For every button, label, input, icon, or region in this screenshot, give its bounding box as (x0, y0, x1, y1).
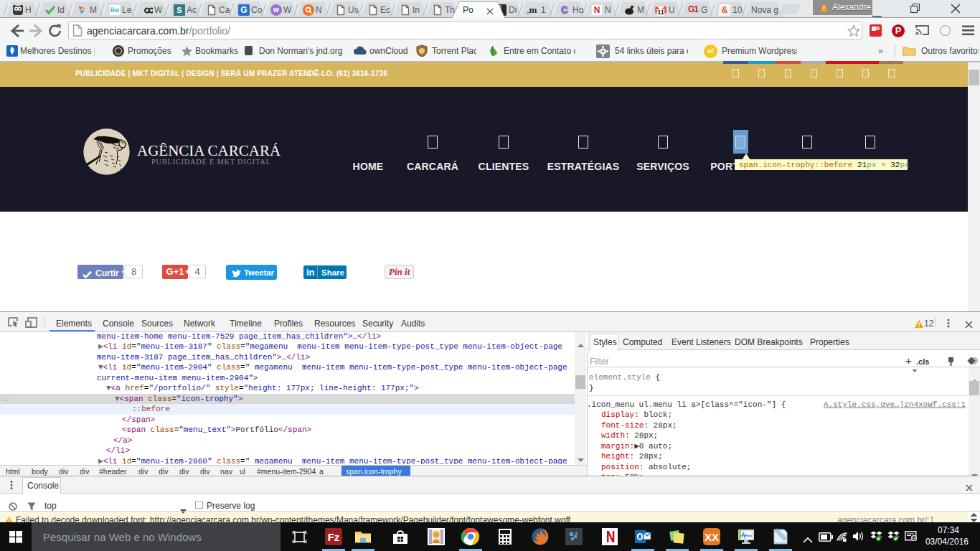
svg-text:Fz: Fz (328, 531, 340, 543)
svg-text:XX: XX (705, 531, 719, 543)
